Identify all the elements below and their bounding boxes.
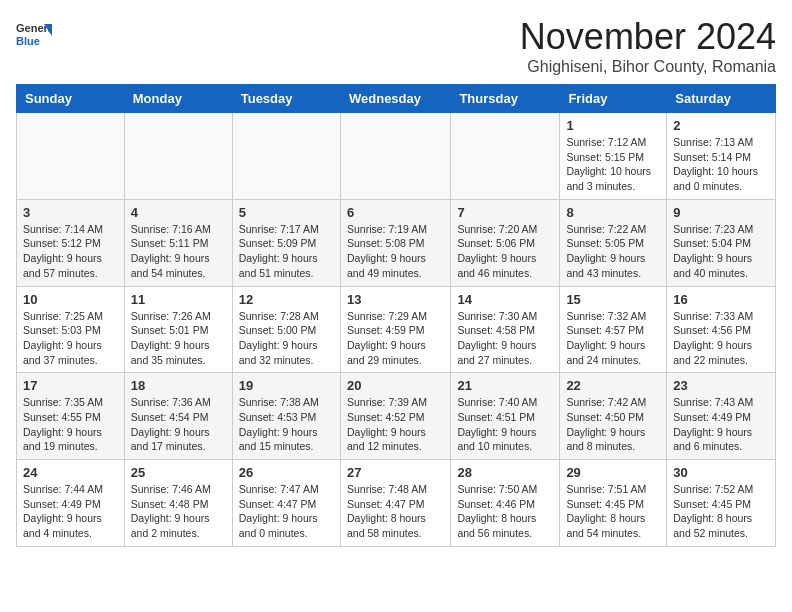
weekday-friday: Friday [560, 85, 667, 113]
calendar-cell: 5Sunrise: 7:17 AM Sunset: 5:09 PM Daylig… [232, 199, 340, 286]
calendar-cell: 26Sunrise: 7:47 AM Sunset: 4:47 PM Dayli… [232, 460, 340, 547]
day-info: Sunrise: 7:48 AM Sunset: 4:47 PM Dayligh… [347, 482, 444, 541]
day-number: 3 [23, 205, 118, 220]
day-info: Sunrise: 7:22 AM Sunset: 5:05 PM Dayligh… [566, 222, 660, 281]
day-number: 1 [566, 118, 660, 133]
calendar-cell: 13Sunrise: 7:29 AM Sunset: 4:59 PM Dayli… [340, 286, 450, 373]
day-info: Sunrise: 7:19 AM Sunset: 5:08 PM Dayligh… [347, 222, 444, 281]
day-number: 22 [566, 378, 660, 393]
day-number: 27 [347, 465, 444, 480]
calendar-cell: 28Sunrise: 7:50 AM Sunset: 4:46 PM Dayli… [451, 460, 560, 547]
day-info: Sunrise: 7:50 AM Sunset: 4:46 PM Dayligh… [457, 482, 553, 541]
weekday-saturday: Saturday [667, 85, 776, 113]
day-number: 26 [239, 465, 334, 480]
calendar-cell: 30Sunrise: 7:52 AM Sunset: 4:45 PM Dayli… [667, 460, 776, 547]
week-row-3: 10Sunrise: 7:25 AM Sunset: 5:03 PM Dayli… [17, 286, 776, 373]
day-info: Sunrise: 7:16 AM Sunset: 5:11 PM Dayligh… [131, 222, 226, 281]
calendar-cell: 3Sunrise: 7:14 AM Sunset: 5:12 PM Daylig… [17, 199, 125, 286]
week-row-5: 24Sunrise: 7:44 AM Sunset: 4:49 PM Dayli… [17, 460, 776, 547]
day-number: 18 [131, 378, 226, 393]
weekday-header-row: SundayMondayTuesdayWednesdayThursdayFrid… [17, 85, 776, 113]
day-info: Sunrise: 7:20 AM Sunset: 5:06 PM Dayligh… [457, 222, 553, 281]
day-number: 9 [673, 205, 769, 220]
calendar-cell: 1Sunrise: 7:12 AM Sunset: 5:15 PM Daylig… [560, 113, 667, 200]
day-info: Sunrise: 7:13 AM Sunset: 5:14 PM Dayligh… [673, 135, 769, 194]
day-info: Sunrise: 7:25 AM Sunset: 5:03 PM Dayligh… [23, 309, 118, 368]
calendar-cell: 8Sunrise: 7:22 AM Sunset: 5:05 PM Daylig… [560, 199, 667, 286]
calendar-cell: 2Sunrise: 7:13 AM Sunset: 5:14 PM Daylig… [667, 113, 776, 200]
day-number: 19 [239, 378, 334, 393]
calendar-cell: 7Sunrise: 7:20 AM Sunset: 5:06 PM Daylig… [451, 199, 560, 286]
calendar-cell: 17Sunrise: 7:35 AM Sunset: 4:55 PM Dayli… [17, 373, 125, 460]
calendar-cell: 6Sunrise: 7:19 AM Sunset: 5:08 PM Daylig… [340, 199, 450, 286]
day-info: Sunrise: 7:46 AM Sunset: 4:48 PM Dayligh… [131, 482, 226, 541]
day-number: 5 [239, 205, 334, 220]
calendar-cell: 21Sunrise: 7:40 AM Sunset: 4:51 PM Dayli… [451, 373, 560, 460]
calendar-cell: 27Sunrise: 7:48 AM Sunset: 4:47 PM Dayli… [340, 460, 450, 547]
calendar-cell: 19Sunrise: 7:38 AM Sunset: 4:53 PM Dayli… [232, 373, 340, 460]
day-number: 28 [457, 465, 553, 480]
day-number: 23 [673, 378, 769, 393]
day-number: 17 [23, 378, 118, 393]
calendar-cell [340, 113, 450, 200]
day-number: 29 [566, 465, 660, 480]
day-number: 8 [566, 205, 660, 220]
day-info: Sunrise: 7:29 AM Sunset: 4:59 PM Dayligh… [347, 309, 444, 368]
day-info: Sunrise: 7:47 AM Sunset: 4:47 PM Dayligh… [239, 482, 334, 541]
calendar-cell [451, 113, 560, 200]
weekday-sunday: Sunday [17, 85, 125, 113]
day-info: Sunrise: 7:40 AM Sunset: 4:51 PM Dayligh… [457, 395, 553, 454]
day-info: Sunrise: 7:43 AM Sunset: 4:49 PM Dayligh… [673, 395, 769, 454]
day-number: 7 [457, 205, 553, 220]
day-info: Sunrise: 7:32 AM Sunset: 4:57 PM Dayligh… [566, 309, 660, 368]
calendar-cell: 29Sunrise: 7:51 AM Sunset: 4:45 PM Dayli… [560, 460, 667, 547]
calendar-cell [124, 113, 232, 200]
calendar-cell: 12Sunrise: 7:28 AM Sunset: 5:00 PM Dayli… [232, 286, 340, 373]
day-info: Sunrise: 7:23 AM Sunset: 5:04 PM Dayligh… [673, 222, 769, 281]
logo-icon: General Blue [16, 16, 52, 52]
calendar-cell: 11Sunrise: 7:26 AM Sunset: 5:01 PM Dayli… [124, 286, 232, 373]
calendar-cell: 24Sunrise: 7:44 AM Sunset: 4:49 PM Dayli… [17, 460, 125, 547]
calendar-cell [232, 113, 340, 200]
day-number: 6 [347, 205, 444, 220]
week-row-2: 3Sunrise: 7:14 AM Sunset: 5:12 PM Daylig… [17, 199, 776, 286]
weekday-monday: Monday [124, 85, 232, 113]
week-row-4: 17Sunrise: 7:35 AM Sunset: 4:55 PM Dayli… [17, 373, 776, 460]
calendar-cell: 10Sunrise: 7:25 AM Sunset: 5:03 PM Dayli… [17, 286, 125, 373]
day-number: 21 [457, 378, 553, 393]
day-info: Sunrise: 7:44 AM Sunset: 4:49 PM Dayligh… [23, 482, 118, 541]
day-number: 11 [131, 292, 226, 307]
day-info: Sunrise: 7:30 AM Sunset: 4:58 PM Dayligh… [457, 309, 553, 368]
day-number: 13 [347, 292, 444, 307]
day-info: Sunrise: 7:26 AM Sunset: 5:01 PM Dayligh… [131, 309, 226, 368]
svg-text:Blue: Blue [16, 35, 40, 47]
calendar-cell [17, 113, 125, 200]
day-number: 14 [457, 292, 553, 307]
day-number: 24 [23, 465, 118, 480]
day-info: Sunrise: 7:35 AM Sunset: 4:55 PM Dayligh… [23, 395, 118, 454]
week-row-1: 1Sunrise: 7:12 AM Sunset: 5:15 PM Daylig… [17, 113, 776, 200]
logo: General Blue [16, 16, 52, 52]
calendar-table: SundayMondayTuesdayWednesdayThursdayFrid… [16, 84, 776, 547]
day-info: Sunrise: 7:39 AM Sunset: 4:52 PM Dayligh… [347, 395, 444, 454]
day-info: Sunrise: 7:52 AM Sunset: 4:45 PM Dayligh… [673, 482, 769, 541]
day-number: 12 [239, 292, 334, 307]
day-info: Sunrise: 7:51 AM Sunset: 4:45 PM Dayligh… [566, 482, 660, 541]
calendar-cell: 16Sunrise: 7:33 AM Sunset: 4:56 PM Dayli… [667, 286, 776, 373]
day-number: 2 [673, 118, 769, 133]
day-number: 25 [131, 465, 226, 480]
calendar-cell: 9Sunrise: 7:23 AM Sunset: 5:04 PM Daylig… [667, 199, 776, 286]
calendar-cell: 15Sunrise: 7:32 AM Sunset: 4:57 PM Dayli… [560, 286, 667, 373]
weekday-wednesday: Wednesday [340, 85, 450, 113]
day-info: Sunrise: 7:28 AM Sunset: 5:00 PM Dayligh… [239, 309, 334, 368]
location-title: Ghighiseni, Bihor County, Romania [520, 58, 776, 76]
day-info: Sunrise: 7:38 AM Sunset: 4:53 PM Dayligh… [239, 395, 334, 454]
day-number: 30 [673, 465, 769, 480]
day-number: 20 [347, 378, 444, 393]
calendar-cell: 22Sunrise: 7:42 AM Sunset: 4:50 PM Dayli… [560, 373, 667, 460]
svg-text:General: General [16, 22, 52, 34]
day-number: 10 [23, 292, 118, 307]
calendar-cell: 25Sunrise: 7:46 AM Sunset: 4:48 PM Dayli… [124, 460, 232, 547]
day-number: 15 [566, 292, 660, 307]
calendar-cell: 4Sunrise: 7:16 AM Sunset: 5:11 PM Daylig… [124, 199, 232, 286]
